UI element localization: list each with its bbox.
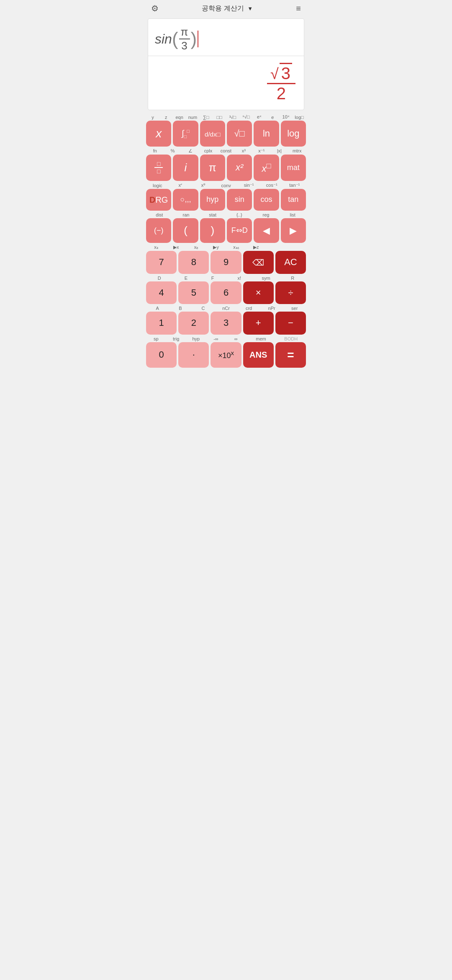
btn-left[interactable]: ◀ (254, 218, 279, 243)
btn-backspace[interactable]: ⌫ (243, 251, 274, 273)
btn-ftod[interactable]: F⇔D (227, 218, 252, 243)
btn-right[interactable]: ▶ (281, 218, 306, 243)
sub-cplx[interactable]: cplx (199, 148, 217, 153)
sub-crd[interactable]: crd (237, 306, 260, 311)
btn-x2[interactable]: x² (227, 155, 252, 181)
btn-i[interactable]: i (173, 155, 198, 181)
btn-sin[interactable]: sin (227, 189, 252, 211)
sub-x2b[interactable]: x₂ (146, 245, 166, 250)
btn-ln[interactable]: ln (254, 121, 279, 147)
btn-sqrt[interactable]: √□ (227, 121, 252, 147)
sub-y[interactable]: y (146, 115, 159, 120)
sub-C[interactable]: C (192, 306, 215, 311)
sub-e[interactable]: e (266, 115, 279, 120)
btn-divide[interactable]: ÷ (275, 281, 306, 304)
btn-7[interactable]: 7 (146, 251, 177, 273)
sub-x8[interactable]: x₈ (186, 245, 206, 250)
sub-acos[interactable]: cos⁻¹ (260, 183, 283, 188)
btn-5[interactable]: 5 (178, 281, 209, 304)
sub-hyp2[interactable]: hyp (186, 336, 206, 341)
btn-pi[interactable]: π (200, 155, 225, 181)
sub-asin[interactable]: sin⁻¹ (237, 183, 260, 188)
btn-9[interactable]: 9 (211, 251, 241, 273)
sub-neginf[interactable]: -∞ (206, 336, 226, 341)
btn-minus[interactable]: − (275, 312, 306, 334)
sub-mem[interactable]: mem (246, 336, 276, 341)
sub-10x[interactable]: 10ˣ (279, 114, 293, 120)
sub-nCr[interactable]: nCr (215, 306, 238, 311)
sub-x16[interactable]: x₁₆ (226, 245, 246, 250)
sub-dist[interactable]: dist (146, 212, 173, 217)
btn-mat[interactable]: mat (281, 155, 306, 181)
btn-multiply[interactable]: × (243, 281, 274, 304)
btn-x[interactable]: x (146, 121, 171, 147)
sub-z[interactable]: z (159, 115, 173, 120)
sub-toy[interactable]: ▶y (206, 245, 226, 250)
btn-0[interactable]: 0 (146, 342, 177, 368)
btn-drg[interactable]: DRG (146, 189, 171, 211)
btn-neg[interactable]: (−) (146, 218, 171, 243)
btn-1[interactable]: 1 (146, 312, 177, 334)
btn-point[interactable]: ○,,, (173, 189, 198, 211)
sub-mtrx[interactable]: mtrx (288, 148, 306, 153)
btn-equals[interactable]: = (275, 342, 306, 368)
btn-4[interactable]: 4 (146, 281, 177, 304)
btn-tan[interactable]: tan (281, 189, 306, 211)
sub-fn[interactable]: fn (146, 148, 164, 153)
sub-atan[interactable]: tan⁻¹ (283, 183, 306, 188)
sub-sum[interactable]: ∑□ (199, 115, 213, 120)
btn-rparen[interactable]: ) (200, 218, 225, 243)
sub-xr[interactable]: xʳ (169, 183, 192, 188)
sub-x3[interactable]: x³ (235, 148, 252, 153)
sub-D[interactable]: D (146, 276, 173, 281)
sub-num[interactable]: num (186, 115, 199, 120)
sub-E[interactable]: E (173, 276, 200, 281)
sub-eqn[interactable]: eqn (173, 115, 186, 120)
btn-cos[interactable]: cos (254, 189, 279, 211)
sub-abs[interactable]: |x| (270, 148, 288, 153)
sub-tox[interactable]: ▶x (166, 245, 186, 250)
sub-ran[interactable]: ran (173, 212, 200, 217)
sub-inf[interactable]: ∞ (226, 336, 246, 341)
sub-toz[interactable]: ▶z (246, 245, 266, 250)
sub-F[interactable]: F (199, 276, 226, 281)
btn-dot[interactable]: · (178, 342, 209, 368)
btn-2[interactable]: 2 (178, 312, 209, 334)
sub-sym[interactable]: sym (253, 276, 280, 281)
sub-sp[interactable]: sp (146, 336, 166, 341)
sub-pct[interactable]: % (164, 148, 181, 153)
btn-3[interactable]: 3 (211, 312, 241, 334)
btn-lparen[interactable]: ( (173, 218, 198, 243)
btn-times10[interactable]: ×10x (211, 342, 241, 368)
sub-ser[interactable]: ser (283, 306, 306, 311)
sub-const[interactable]: const (217, 148, 235, 153)
sub-R[interactable]: R (279, 276, 306, 281)
btn-8[interactable]: 8 (178, 251, 209, 273)
btn-6[interactable]: 6 (211, 281, 241, 304)
btn-plus[interactable]: + (243, 312, 274, 334)
sub-xinv[interactable]: x⁻¹ (253, 148, 270, 154)
sub-nPr[interactable]: nPr (260, 306, 283, 311)
btn-xn[interactable]: x□ (254, 155, 279, 181)
btn-frac[interactable]: □ □ (146, 155, 171, 181)
sub-box[interactable]: □□ (213, 115, 226, 120)
sub-log[interactable]: log□ (293, 115, 306, 120)
sub-xrt[interactable]: ˣ√□ (239, 114, 253, 120)
sub-reg[interactable]: reg (253, 212, 280, 217)
sub-trig[interactable]: trig (166, 336, 186, 341)
sub-cbrt[interactable]: ³√□ (226, 115, 239, 120)
sub-B[interactable]: B (169, 306, 192, 311)
sub-xg[interactable]: x⁹ (192, 183, 215, 188)
sub-factorial[interactable]: x! (226, 276, 253, 281)
btn-derivative[interactable]: d/dx□ (200, 121, 225, 147)
input-display[interactable]: sin ( π 3 ) (148, 19, 304, 56)
btn-integral[interactable]: ∫□□ (173, 121, 198, 147)
sub-angle[interactable]: ∠ (182, 148, 199, 154)
sub-list[interactable]: list (279, 212, 306, 217)
sub-stat[interactable]: stat (199, 212, 226, 217)
sub-ex[interactable]: eˣ (253, 114, 266, 120)
settings-icon[interactable]: ⚙ (151, 3, 159, 13)
menu-icon[interactable]: ≡ (296, 4, 301, 13)
sub-conv[interactable]: conv (215, 183, 238, 188)
chevron-icon[interactable]: ▼ (247, 5, 253, 12)
